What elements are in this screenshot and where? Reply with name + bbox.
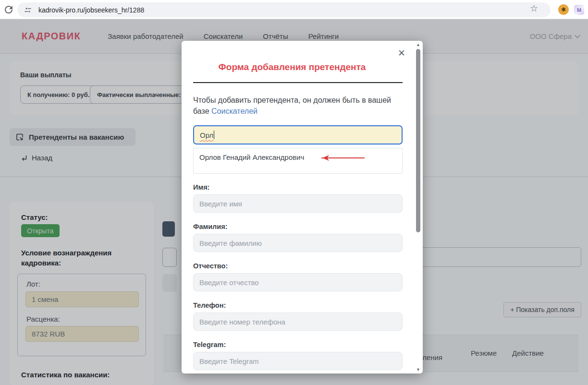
- last-name-input[interactable]: [193, 234, 403, 252]
- annotation-arrow-icon: [315, 154, 368, 162]
- close-icon[interactable]: ✕: [398, 48, 405, 58]
- form-group-first-name: Имя:: [193, 183, 403, 191]
- applicant-search-input[interactable]: Орл: [193, 125, 403, 144]
- middle-name-input[interactable]: [193, 273, 403, 291]
- search-input-value: Орл: [200, 131, 213, 139]
- reload-icon[interactable]: [3, 4, 14, 15]
- modal-hint-text: Чтобы добавить претендента, он должен бы…: [193, 95, 395, 117]
- form-group-middle-name: Отчество:: [193, 262, 403, 270]
- address-bar[interactable]: kadrovik-pro.ru/jobseekers_hr/1288: [17, 2, 551, 17]
- text-caret: [214, 131, 214, 139]
- browser-toolbar: kadrovik-pro.ru/jobseekers_hr/1288 ☆ ✱ M: [0, 0, 588, 19]
- bookmark-star-icon[interactable]: ☆: [530, 3, 538, 14]
- form-group-last-name: Фамилия:: [193, 223, 403, 230]
- site-settings-icon[interactable]: [24, 6, 32, 14]
- telegram-input[interactable]: [193, 352, 403, 370]
- search-suggestions-dropdown: Орлов Генадий Александрович: [193, 148, 403, 174]
- phone-label: Телефон:: [193, 301, 403, 309]
- middle-name-label: Отчество:: [193, 262, 403, 270]
- telegram-label: Telegram:: [193, 341, 403, 349]
- scrollbar-thumb[interactable]: [416, 49, 420, 232]
- jobseekers-base-link[interactable]: Соискателей: [211, 107, 257, 115]
- first-name-label: Имя:: [193, 183, 403, 191]
- form-group-telegram: Telegram:: [193, 341, 403, 349]
- scroll-up-icon[interactable]: ▲: [415, 42, 422, 47]
- last-name-label: Фамилия:: [193, 223, 403, 230]
- modal-title: Форма добавления претендента: [182, 62, 403, 72]
- screen: kadrovik-pro.ru/jobseekers_hr/1288 ☆ ✱ M…: [0, 0, 588, 385]
- suggestion-item[interactable]: Орлов Генадий Александрович: [199, 153, 304, 161]
- profile-avatar-icon[interactable]: M: [574, 5, 584, 15]
- phone-input[interactable]: [193, 313, 403, 331]
- scroll-down-icon[interactable]: ▼: [415, 367, 422, 372]
- extension-icon[interactable]: ✱: [558, 4, 569, 15]
- modal-divider: [193, 82, 403, 83]
- url-text: kadrovik-pro.ru/jobseekers_hr/1288: [38, 6, 144, 14]
- form-group-phone: Телефон:: [193, 301, 403, 309]
- add-applicant-modal: ✕ Форма добавления претендента Чтобы доб…: [182, 41, 423, 373]
- modal-scrollbar[interactable]: ▲ ▼: [415, 42, 422, 372]
- first-name-input[interactable]: [193, 194, 403, 213]
